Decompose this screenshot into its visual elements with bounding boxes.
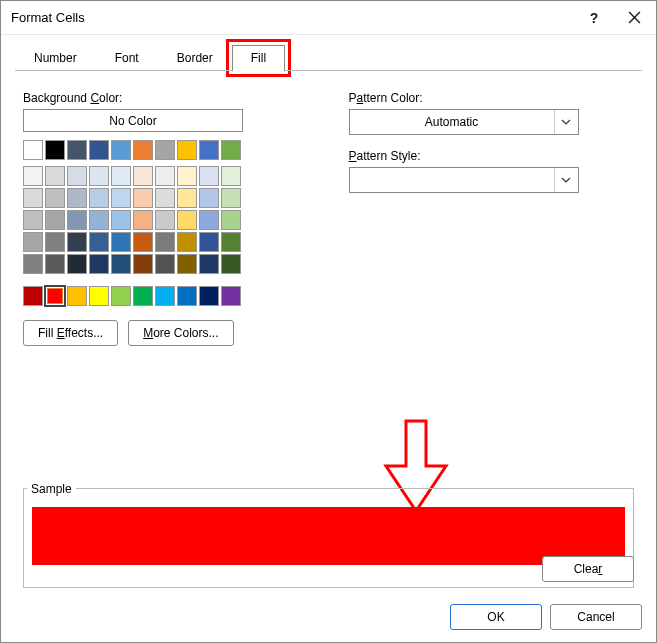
color-swatch[interactable] xyxy=(199,140,219,160)
pattern-style-combo[interactable] xyxy=(349,167,579,193)
color-swatch[interactable] xyxy=(155,254,175,274)
tab-font[interactable]: Font xyxy=(96,45,158,71)
ok-button[interactable]: OK xyxy=(450,604,542,630)
close-icon xyxy=(628,11,641,24)
color-swatch[interactable] xyxy=(23,286,43,306)
color-swatch[interactable] xyxy=(67,166,87,186)
tab-fill[interactable]: Fill xyxy=(232,45,285,72)
color-swatch[interactable] xyxy=(111,286,131,306)
chevron-down-icon xyxy=(554,110,578,134)
color-swatch[interactable] xyxy=(199,232,219,252)
color-swatch[interactable] xyxy=(67,210,87,230)
color-swatch[interactable] xyxy=(155,188,175,208)
color-swatch[interactable] xyxy=(111,254,131,274)
color-palette xyxy=(23,138,309,306)
color-swatch[interactable] xyxy=(133,254,153,274)
color-swatch[interactable] xyxy=(89,166,109,186)
color-swatch[interactable] xyxy=(111,140,131,160)
fill-effects-button[interactable]: Fill Effects... xyxy=(23,320,118,346)
color-swatch[interactable] xyxy=(23,188,43,208)
color-swatch[interactable] xyxy=(67,232,87,252)
color-swatch[interactable] xyxy=(45,232,65,252)
color-swatch[interactable] xyxy=(89,188,109,208)
clear-button[interactable]: Clear xyxy=(542,556,634,582)
standard-colors-row xyxy=(23,286,309,306)
color-swatch[interactable] xyxy=(177,188,197,208)
theme-shades-grid xyxy=(23,166,309,274)
color-swatch[interactable] xyxy=(199,286,219,306)
pattern-color-value: Automatic xyxy=(350,115,554,129)
color-swatch[interactable] xyxy=(67,140,87,160)
color-swatch[interactable] xyxy=(67,286,87,306)
color-swatch[interactable] xyxy=(23,254,43,274)
color-swatch[interactable] xyxy=(199,166,219,186)
color-swatch[interactable] xyxy=(111,188,131,208)
color-swatch[interactable] xyxy=(177,254,197,274)
close-button[interactable] xyxy=(614,1,654,35)
color-swatch[interactable] xyxy=(89,210,109,230)
color-swatch[interactable] xyxy=(45,140,65,160)
background-color-label: Background Color: xyxy=(23,91,309,105)
color-swatch[interactable] xyxy=(221,166,241,186)
color-swatch[interactable] xyxy=(177,166,197,186)
tab-number[interactable]: Number xyxy=(15,45,96,71)
color-swatch[interactable] xyxy=(199,188,219,208)
color-swatch[interactable] xyxy=(45,166,65,186)
color-swatch[interactable] xyxy=(89,232,109,252)
color-swatch[interactable] xyxy=(133,210,153,230)
no-color-button[interactable]: No Color xyxy=(23,109,243,132)
color-swatch[interactable] xyxy=(133,188,153,208)
color-swatch[interactable] xyxy=(221,232,241,252)
color-swatch[interactable] xyxy=(111,166,131,186)
color-swatch[interactable] xyxy=(23,166,43,186)
pattern-color-combo[interactable]: Automatic xyxy=(349,109,579,135)
color-swatch[interactable] xyxy=(221,254,241,274)
color-swatch[interactable] xyxy=(133,232,153,252)
color-swatch[interactable] xyxy=(177,286,197,306)
sample-label: Sample xyxy=(27,482,76,496)
color-swatch[interactable] xyxy=(155,232,175,252)
color-swatch[interactable] xyxy=(133,166,153,186)
left-column: Background Color: No Color Fill Effects.… xyxy=(23,83,309,346)
chevron-down-icon xyxy=(554,168,578,192)
color-swatch[interactable] xyxy=(111,232,131,252)
color-swatch[interactable] xyxy=(23,140,43,160)
color-swatch[interactable] xyxy=(221,210,241,230)
color-swatch[interactable] xyxy=(23,232,43,252)
sample-preview xyxy=(32,507,625,565)
color-swatch[interactable] xyxy=(133,140,153,160)
color-swatch[interactable] xyxy=(67,188,87,208)
color-swatch[interactable] xyxy=(89,254,109,274)
color-swatch[interactable] xyxy=(177,210,197,230)
color-swatch[interactable] xyxy=(199,210,219,230)
color-swatch[interactable] xyxy=(111,210,131,230)
color-swatch[interactable] xyxy=(133,286,153,306)
color-swatch[interactable] xyxy=(177,140,197,160)
tab-bar: Number Font Border Fill xyxy=(1,35,656,71)
color-swatch[interactable] xyxy=(199,254,219,274)
more-colors-button[interactable]: More Colors... xyxy=(128,320,233,346)
color-swatch[interactable] xyxy=(89,286,109,306)
color-swatch[interactable] xyxy=(221,286,241,306)
titlebar: Format Cells ? xyxy=(1,1,656,35)
color-swatch[interactable] xyxy=(177,232,197,252)
color-swatch[interactable] xyxy=(221,188,241,208)
right-column: Pattern Color: Automatic Pattern Style: xyxy=(349,83,635,346)
color-swatch[interactable] xyxy=(89,140,109,160)
color-swatch[interactable] xyxy=(67,254,87,274)
color-swatch[interactable] xyxy=(45,286,65,306)
color-swatch[interactable] xyxy=(23,210,43,230)
color-swatch[interactable] xyxy=(45,254,65,274)
color-swatch[interactable] xyxy=(45,210,65,230)
pattern-style-label: Pattern Style: xyxy=(349,149,635,163)
tab-border[interactable]: Border xyxy=(158,45,232,71)
color-swatch[interactable] xyxy=(155,140,175,160)
color-swatch[interactable] xyxy=(155,210,175,230)
color-swatch[interactable] xyxy=(221,140,241,160)
color-swatch[interactable] xyxy=(155,286,175,306)
color-swatch[interactable] xyxy=(45,188,65,208)
color-swatch[interactable] xyxy=(155,166,175,186)
cancel-button[interactable]: Cancel xyxy=(550,604,642,630)
help-button[interactable]: ? xyxy=(574,1,614,35)
dialog-footer: OK Cancel xyxy=(450,604,642,630)
